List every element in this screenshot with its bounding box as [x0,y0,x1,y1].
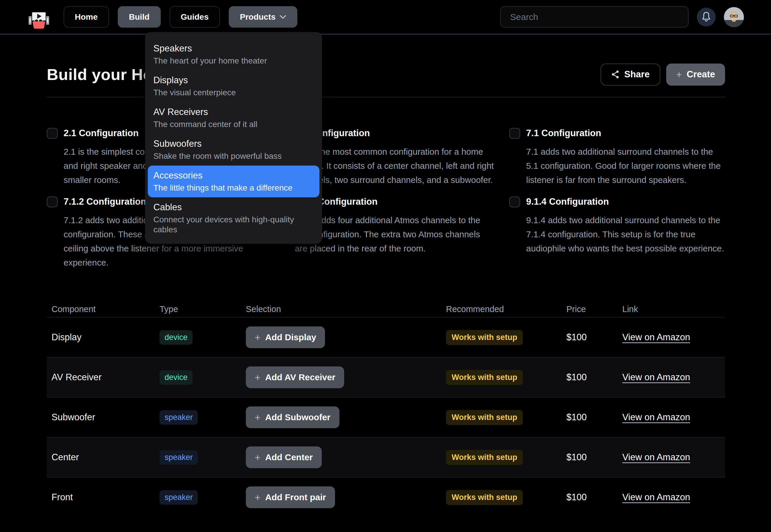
type-badge: speaker [159,410,198,425]
components-table: Component Type Selection Recommended Pri… [47,301,725,517]
menu-item-description: The little things that make a difference [153,183,314,193]
component-name: Front [47,492,159,503]
config-title: 7.1 Configuration [526,128,725,139]
add-av-receiver-button[interactable]: + Add AV Receiver [246,366,344,388]
table-row-subwoofer: Subwoofer speaker + Add Subwoofer Works … [47,397,725,437]
user-avatar[interactable] [724,7,744,27]
create-label: Create [687,69,715,80]
notifications-button[interactable] [697,8,716,26]
menu-item-label: AV Receivers [153,106,314,118]
add-display-button[interactable]: + Add Display [246,326,325,348]
menu-item-label: Speakers [153,43,314,54]
share-label: Share [624,69,650,80]
config-checkbox-7-1-2[interactable] [47,196,58,207]
recommended-badge: Works with setup [446,330,523,345]
config-checkbox-9-1-4[interactable] [509,196,520,207]
add-center-button[interactable]: + Add Center [246,446,322,468]
column-header-price: Price [566,304,622,314]
component-name: Subwoofer [47,412,159,423]
component-name: AV Receiver [47,372,159,383]
column-header-component: Component [47,304,159,314]
menu-item-label: Displays [153,75,314,86]
add-button-label: Add Subwoofer [265,412,331,422]
config-card-9-1-4: 9.1.4 Configuration 9.1.4 adds two addit… [509,196,725,270]
table-header-row: Component Type Selection Recommended Pri… [47,301,725,317]
plus-icon: + [255,412,261,423]
avatar-image [724,7,744,27]
price-value: $100 [566,412,622,423]
view-on-amazon-link[interactable]: View on Amazon [622,492,690,502]
recommended-badge: Works with setup [446,410,523,425]
view-on-amazon-link[interactable]: View on Amazon [622,452,690,462]
app-logo-icon[interactable] [28,5,49,29]
price-value: $100 [566,492,622,503]
products-dropdown-menu: Speakers The heart of your home theater … [145,32,322,244]
plus-icon: + [255,492,261,503]
nav-guides-button[interactable]: Guides [169,6,220,28]
menu-item-accessories[interactable]: Accessories The little things that make … [148,166,319,197]
table-row-av-receiver: AV Receiver device + Add AV Receiver Wor… [47,357,725,397]
menu-item-description: The visual centerpiece [153,88,314,98]
type-badge: device [159,370,192,385]
menu-item-cables[interactable]: Cables Connect your devices with high-qu… [145,197,322,239]
config-card-7-1: 7.1 Configuration 7.1 adds two additiona… [509,128,725,187]
view-on-amazon-link[interactable]: View on Amazon [622,372,690,382]
price-value: $100 [566,452,622,463]
menu-item-displays[interactable]: Displays The visual centerpiece [145,70,322,102]
type-badge: speaker [159,450,198,465]
config-checkbox-2-1[interactable] [47,128,58,139]
top-nav: Home Build Guides Products [0,0,771,34]
table-row-center: Center speaker + Add Center Works with s… [47,437,725,477]
add-subwoofer-button[interactable]: + Add Subwoofer [246,406,339,428]
menu-item-description: The heart of your home theater [153,56,314,66]
config-title: 5.1 Configuration [295,128,494,139]
view-on-amazon-link[interactable]: View on Amazon [622,412,690,422]
menu-item-label: Accessories [153,170,314,181]
table-row-display: Display device + Add Display Works with … [47,317,725,357]
plus-icon: + [255,332,261,343]
search-input[interactable] [500,6,689,28]
add-button-label: Add Display [265,332,316,342]
config-description: 9.1.4 adds two additional surround chann… [526,213,725,256]
nav-right-group [500,6,744,28]
nav-buttons: Home Build Guides Products [64,6,297,28]
config-title: 9.1.4 Configuration [526,196,725,207]
share-button[interactable]: Share [601,64,660,86]
column-header-link: Link [622,304,725,314]
add-button-label: Add AV Receiver [265,372,335,382]
config-checkbox-7-1[interactable] [509,128,520,139]
chevron-down-icon [280,15,286,19]
main-content: Build your Home Theater Share + Create [0,63,771,517]
menu-item-av-receivers[interactable]: AV Receivers The command center of it al… [145,102,322,134]
menu-item-subwoofers[interactable]: Subwoofers Shake the room with powerful … [145,134,322,166]
price-value: $100 [566,332,622,343]
config-description: 7.1.4 adds four additional Atmos channel… [295,213,494,256]
column-header-selection: Selection [246,304,446,314]
recommended-badge: Works with setup [446,370,523,385]
nav-build-button[interactable]: Build [118,6,161,28]
component-name: Center [47,452,159,463]
create-button[interactable]: + Create [666,64,725,86]
config-description: 7.1 adds two additional surround channel… [526,145,725,187]
column-header-type: Type [159,304,246,314]
nav-products-button[interactable]: Products [229,6,297,28]
page-actions: Share + Create [601,64,725,86]
menu-item-speakers[interactable]: Speakers The heart of your home theater [145,39,322,70]
add-button-label: Add Center [265,452,313,462]
type-badge: device [159,330,192,345]
nav-products-label: Products [240,12,276,22]
nav-home-button[interactable]: Home [64,6,109,28]
recommended-badge: Works with setup [446,450,523,465]
type-badge: speaker [159,490,198,505]
add-button-label: Add Front pair [265,492,326,502]
plus-icon: + [255,452,261,463]
menu-item-description: The command center of it all [153,119,314,129]
add-front-pair-button[interactable]: + Add Front pair [246,486,335,508]
recommended-badge: Works with setup [446,490,523,505]
price-value: $100 [566,372,622,383]
table-row-front: Front speaker + Add Front pair Works wit… [47,477,725,517]
bell-icon [701,11,711,23]
component-name: Display [47,332,159,343]
column-header-recommended: Recommended [446,304,566,314]
view-on-amazon-link[interactable]: View on Amazon [622,332,690,342]
